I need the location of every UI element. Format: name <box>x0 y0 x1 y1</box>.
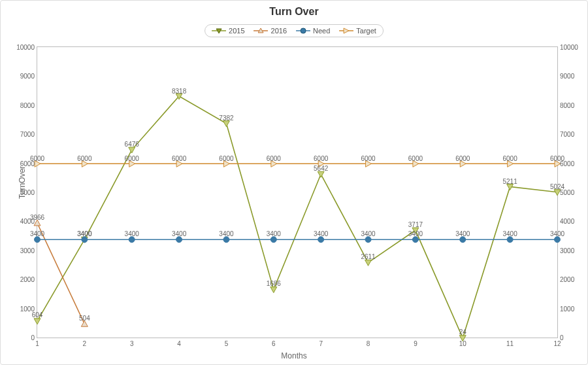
svg-marker-38 <box>223 160 229 167</box>
x-tick: 3 <box>130 338 134 347</box>
svg-point-22 <box>35 237 41 243</box>
svg-point-28 <box>318 237 324 243</box>
x-tick: 2 <box>83 338 87 347</box>
legend-item-need[interactable]: Need <box>296 27 330 35</box>
y-tick: 3000 <box>20 247 37 254</box>
x-tick: 6 <box>272 338 276 347</box>
legend-item-2015[interactable]: 2015 <box>212 27 244 35</box>
y-tick-right: 1000 <box>557 305 574 312</box>
svg-point-31 <box>460 237 466 243</box>
svg-marker-39 <box>271 160 277 167</box>
y-tick-right: 2000 <box>557 276 574 283</box>
svg-marker-15 <box>365 260 372 266</box>
svg-marker-7 <box>344 28 349 33</box>
y-tick-right: 7000 <box>557 131 574 138</box>
x-tick: 9 <box>414 338 417 347</box>
svg-marker-35 <box>82 160 88 167</box>
y-tick-right: 6000 <box>557 160 574 167</box>
svg-marker-41 <box>366 160 372 167</box>
legend-item-target[interactable]: Target <box>339 27 376 35</box>
chart-title: Turn Over <box>1 6 587 18</box>
y-tick: 1000 <box>20 305 37 312</box>
svg-marker-16 <box>412 228 419 234</box>
x-tick: 11 <box>506 338 514 347</box>
x-tick: 5 <box>225 338 229 347</box>
y-tick: 9000 <box>20 73 37 80</box>
svg-marker-43 <box>460 160 466 167</box>
plot-svg <box>37 47 557 339</box>
plot-area: 0010001000200020003000300040004000500050… <box>37 46 558 338</box>
svg-point-27 <box>270 237 276 243</box>
svg-point-33 <box>554 237 560 243</box>
y-tick: 8000 <box>20 101 37 109</box>
x-tick: 7 <box>319 338 323 347</box>
svg-marker-14 <box>318 171 324 177</box>
svg-marker-37 <box>176 160 182 167</box>
svg-marker-13 <box>270 287 277 293</box>
y-tick-right: 10000 <box>557 44 578 51</box>
svg-marker-10 <box>129 147 135 153</box>
y-tick-right: 5000 <box>557 189 574 196</box>
x-axis-label: Months <box>1 351 587 360</box>
x-tick: 4 <box>177 338 181 347</box>
svg-marker-42 <box>413 160 419 167</box>
x-tick: 10 <box>459 338 466 347</box>
y-tick-right: 4000 <box>557 218 574 225</box>
chart-container: Turn Over 2015 2016 Need Target TurnOver… <box>0 0 588 365</box>
svg-marker-36 <box>129 160 135 167</box>
y-tick: 6000 <box>20 160 37 167</box>
y-tick: 4000 <box>20 218 37 225</box>
svg-point-29 <box>365 237 371 243</box>
svg-marker-40 <box>318 160 324 167</box>
svg-point-5 <box>301 28 306 33</box>
svg-point-24 <box>129 237 135 243</box>
svg-marker-12 <box>223 121 229 127</box>
legend-label: Need <box>313 27 330 35</box>
y-tick: 10000 <box>16 44 37 51</box>
y-tick: 7000 <box>20 131 37 138</box>
svg-marker-44 <box>508 160 514 167</box>
svg-marker-21 <box>81 321 88 326</box>
legend-label: 2015 <box>229 27 244 35</box>
x-tick: 8 <box>367 338 370 347</box>
svg-point-23 <box>82 237 88 243</box>
svg-point-25 <box>176 237 182 243</box>
svg-marker-8 <box>34 319 41 324</box>
y-tick: 2000 <box>20 276 37 283</box>
legend-label: 2016 <box>271 27 287 35</box>
legend-label: Target <box>356 27 376 35</box>
x-tick: 1 <box>35 338 39 347</box>
svg-point-32 <box>507 237 513 243</box>
svg-point-30 <box>412 237 418 243</box>
y-tick-right: 8000 <box>557 101 574 109</box>
y-tick-right: 9000 <box>557 73 574 80</box>
y-tick-right: 3000 <box>557 247 574 254</box>
svg-point-26 <box>223 237 229 243</box>
legend: 2015 2016 Need Target <box>204 24 384 37</box>
y-tick: 5000 <box>20 189 37 196</box>
x-tick: 12 <box>553 338 561 347</box>
legend-item-2016[interactable]: 2016 <box>254 27 287 35</box>
